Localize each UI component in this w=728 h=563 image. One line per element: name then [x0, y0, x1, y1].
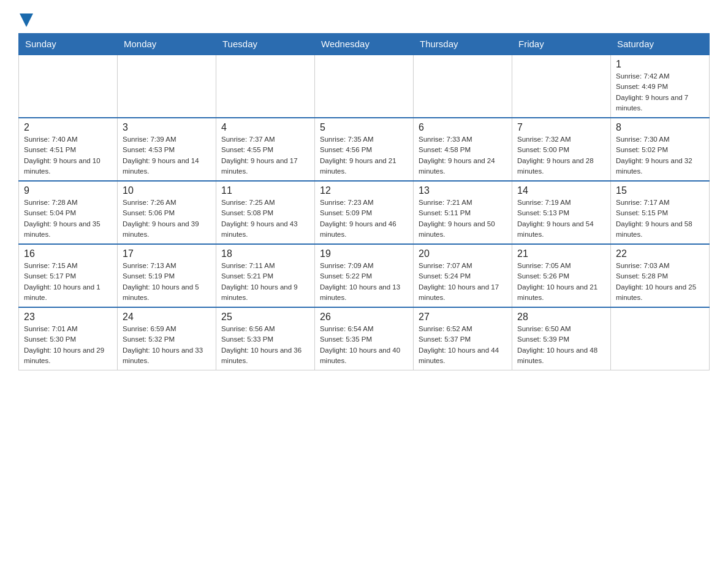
calendar-cell: 20Sunrise: 7:07 AM Sunset: 5:24 PM Dayli… — [414, 244, 512, 307]
logo — [18, 12, 33, 27]
day-info: Sunrise: 7:42 AM Sunset: 4:49 PM Dayligh… — [616, 71, 704, 113]
calendar-cell: 3Sunrise: 7:39 AM Sunset: 4:53 PM Daylig… — [118, 118, 216, 181]
calendar-cell: 13Sunrise: 7:21 AM Sunset: 5:11 PM Dayli… — [414, 181, 512, 244]
calendar-cell: 22Sunrise: 7:03 AM Sunset: 5:28 PM Dayli… — [611, 244, 710, 307]
calendar-cell: 12Sunrise: 7:23 AM Sunset: 5:09 PM Dayli… — [315, 181, 414, 244]
day-number: 9 — [24, 185, 112, 196]
day-number: 19 — [320, 248, 408, 259]
weekday-header-wednesday: Wednesday — [315, 34, 414, 55]
day-info: Sunrise: 7:21 AM Sunset: 5:11 PM Dayligh… — [419, 197, 507, 240]
calendar-cell: 18Sunrise: 7:11 AM Sunset: 5:21 PM Dayli… — [216, 244, 315, 307]
day-info: Sunrise: 6:52 AM Sunset: 5:37 PM Dayligh… — [419, 324, 507, 366]
day-info: Sunrise: 7:23 AM Sunset: 5:09 PM Dayligh… — [320, 197, 408, 240]
calendar-cell — [414, 55, 512, 118]
calendar-cell: 27Sunrise: 6:52 AM Sunset: 5:37 PM Dayli… — [414, 307, 512, 370]
day-info: Sunrise: 7:33 AM Sunset: 4:58 PM Dayligh… — [419, 134, 507, 177]
calendar-cell: 14Sunrise: 7:19 AM Sunset: 5:13 PM Dayli… — [512, 181, 611, 244]
day-info: Sunrise: 7:26 AM Sunset: 5:06 PM Dayligh… — [123, 197, 211, 240]
day-info: Sunrise: 7:05 AM Sunset: 5:26 PM Dayligh… — [517, 261, 605, 303]
calendar-cell — [118, 55, 216, 118]
weekday-header-monday: Monday — [118, 34, 216, 55]
day-number: 18 — [221, 248, 309, 259]
day-info: Sunrise: 7:28 AM Sunset: 5:04 PM Dayligh… — [24, 197, 112, 240]
day-info: Sunrise: 7:30 AM Sunset: 5:02 PM Dayligh… — [616, 134, 704, 177]
page-header — [18, 12, 710, 27]
calendar-cell: 11Sunrise: 7:25 AM Sunset: 5:08 PM Dayli… — [216, 181, 315, 244]
weekday-header-thursday: Thursday — [414, 34, 512, 55]
day-info: Sunrise: 7:35 AM Sunset: 4:56 PM Dayligh… — [320, 134, 408, 177]
weekday-header-tuesday: Tuesday — [216, 34, 315, 55]
day-number: 8 — [616, 122, 704, 133]
day-info: Sunrise: 7:07 AM Sunset: 5:24 PM Dayligh… — [419, 261, 507, 303]
week-row-5: 23Sunrise: 7:01 AM Sunset: 5:30 PM Dayli… — [19, 307, 710, 370]
calendar-cell: 28Sunrise: 6:50 AM Sunset: 5:39 PM Dayli… — [512, 307, 611, 370]
day-info: Sunrise: 6:56 AM Sunset: 5:33 PM Dayligh… — [221, 324, 309, 366]
day-number: 5 — [320, 122, 408, 133]
calendar-cell — [512, 55, 611, 118]
day-number: 28 — [517, 312, 605, 323]
weekday-header-row: SundayMondayTuesdayWednesdayThursdayFrid… — [19, 34, 710, 55]
calendar-cell: 19Sunrise: 7:09 AM Sunset: 5:22 PM Dayli… — [315, 244, 414, 307]
day-info: Sunrise: 7:32 AM Sunset: 5:00 PM Dayligh… — [517, 134, 605, 177]
calendar-cell: 6Sunrise: 7:33 AM Sunset: 4:58 PM Daylig… — [414, 118, 512, 181]
day-number: 6 — [419, 122, 507, 133]
day-number: 14 — [517, 185, 605, 196]
calendar-cell — [611, 307, 710, 370]
day-info: Sunrise: 7:25 AM Sunset: 5:08 PM Dayligh… — [221, 197, 309, 240]
calendar-cell: 7Sunrise: 7:32 AM Sunset: 5:00 PM Daylig… — [512, 118, 611, 181]
day-info: Sunrise: 7:11 AM Sunset: 5:21 PM Dayligh… — [221, 261, 309, 303]
day-info: Sunrise: 7:13 AM Sunset: 5:19 PM Dayligh… — [123, 261, 211, 303]
weekday-header-friday: Friday — [512, 34, 611, 55]
calendar-cell: 23Sunrise: 7:01 AM Sunset: 5:30 PM Dayli… — [19, 307, 118, 370]
day-number: 15 — [616, 185, 704, 196]
day-info: Sunrise: 7:01 AM Sunset: 5:30 PM Dayligh… — [24, 324, 112, 366]
week-row-1: 1Sunrise: 7:42 AM Sunset: 4:49 PM Daylig… — [19, 55, 710, 118]
day-info: Sunrise: 7:39 AM Sunset: 4:53 PM Dayligh… — [123, 134, 211, 177]
day-info: Sunrise: 7:40 AM Sunset: 4:51 PM Dayligh… — [24, 134, 112, 177]
logo-triangle-icon — [20, 13, 33, 27]
day-number: 7 — [517, 122, 605, 133]
calendar-cell: 2Sunrise: 7:40 AM Sunset: 4:51 PM Daylig… — [19, 118, 118, 181]
calendar-cell: 15Sunrise: 7:17 AM Sunset: 5:15 PM Dayli… — [611, 181, 710, 244]
day-info: Sunrise: 7:37 AM Sunset: 4:55 PM Dayligh… — [221, 134, 309, 177]
day-number: 24 — [123, 312, 211, 323]
day-info: Sunrise: 7:09 AM Sunset: 5:22 PM Dayligh… — [320, 261, 408, 303]
day-number: 17 — [123, 248, 211, 259]
calendar-table: SundayMondayTuesdayWednesdayThursdayFrid… — [18, 33, 710, 370]
day-number: 2 — [24, 122, 112, 133]
day-number: 12 — [320, 185, 408, 196]
week-row-3: 9Sunrise: 7:28 AM Sunset: 5:04 PM Daylig… — [19, 181, 710, 244]
calendar-cell: 16Sunrise: 7:15 AM Sunset: 5:17 PM Dayli… — [19, 244, 118, 307]
calendar-cell — [19, 55, 118, 118]
day-number: 21 — [517, 248, 605, 259]
day-info: Sunrise: 6:50 AM Sunset: 5:39 PM Dayligh… — [517, 324, 605, 366]
day-number: 26 — [320, 312, 408, 323]
calendar-cell: 8Sunrise: 7:30 AM Sunset: 5:02 PM Daylig… — [611, 118, 710, 181]
calendar-cell: 26Sunrise: 6:54 AM Sunset: 5:35 PM Dayli… — [315, 307, 414, 370]
calendar-cell — [315, 55, 414, 118]
calendar-cell: 21Sunrise: 7:05 AM Sunset: 5:26 PM Dayli… — [512, 244, 611, 307]
calendar-cell: 25Sunrise: 6:56 AM Sunset: 5:33 PM Dayli… — [216, 307, 315, 370]
calendar-cell — [216, 55, 315, 118]
day-number: 4 — [221, 122, 309, 133]
week-row-4: 16Sunrise: 7:15 AM Sunset: 5:17 PM Dayli… — [19, 244, 710, 307]
day-number: 11 — [221, 185, 309, 196]
day-info: Sunrise: 7:03 AM Sunset: 5:28 PM Dayligh… — [616, 261, 704, 303]
day-info: Sunrise: 6:59 AM Sunset: 5:32 PM Dayligh… — [123, 324, 211, 366]
day-number: 25 — [221, 312, 309, 323]
calendar-cell: 24Sunrise: 6:59 AM Sunset: 5:32 PM Dayli… — [118, 307, 216, 370]
weekday-header-saturday: Saturday — [611, 34, 710, 55]
svg-marker-0 — [20, 13, 33, 27]
day-number: 13 — [419, 185, 507, 196]
day-number: 16 — [24, 248, 112, 259]
calendar-cell: 9Sunrise: 7:28 AM Sunset: 5:04 PM Daylig… — [19, 181, 118, 244]
day-number: 3 — [123, 122, 211, 133]
day-info: Sunrise: 7:15 AM Sunset: 5:17 PM Dayligh… — [24, 261, 112, 303]
day-number: 22 — [616, 248, 704, 259]
calendar-cell: 17Sunrise: 7:13 AM Sunset: 5:19 PM Dayli… — [118, 244, 216, 307]
day-number: 20 — [419, 248, 507, 259]
day-info: Sunrise: 7:19 AM Sunset: 5:13 PM Dayligh… — [517, 197, 605, 240]
calendar-cell: 1Sunrise: 7:42 AM Sunset: 4:49 PM Daylig… — [611, 55, 710, 118]
weekday-header-sunday: Sunday — [19, 34, 118, 55]
day-info: Sunrise: 7:17 AM Sunset: 5:15 PM Dayligh… — [616, 197, 704, 240]
